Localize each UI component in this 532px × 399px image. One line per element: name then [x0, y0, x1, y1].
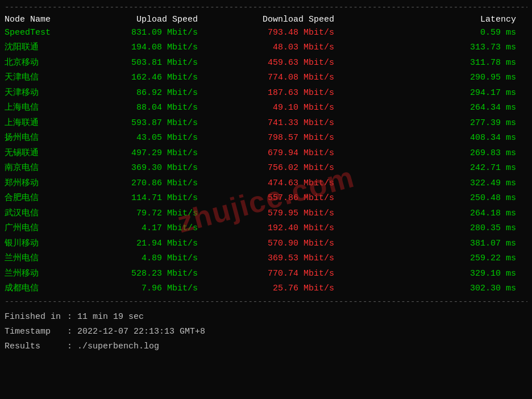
row-node-name: 兰州移动: [5, 268, 78, 281]
table-row: 沈阳联通194.08 Mbit/s48.03 Mbit/s313.73 ms: [5, 40, 527, 56]
row-upload: 4.17 Mbit/s: [78, 222, 203, 235]
row-node-name: 天津移动: [5, 87, 78, 100]
header-upload: Upload Speed: [78, 15, 203, 24]
bottom-dashes: ----------------------------------------…: [5, 297, 527, 308]
row-node-name: 兰州电信: [5, 252, 78, 265]
header-latency: Latency: [340, 15, 527, 24]
row-node-name: 南京电信: [5, 162, 78, 175]
row-latency: 381.07 ms: [340, 238, 527, 251]
table-row: 扬州电信43.05 Mbit/s798.57 Mbit/s408.34 ms: [5, 131, 527, 146]
table-row: 上海联通593.87 Mbit/s741.33 Mbit/s277.39 ms: [5, 116, 527, 131]
row-node-name: 无锡联通: [5, 147, 78, 160]
row-download: 187.63 Mbit/s: [203, 87, 340, 100]
row-latency: 250.48 ms: [340, 192, 527, 205]
row-node-name: SpeedTest: [5, 27, 78, 40]
row-upload: 79.72 Mbit/s: [78, 207, 203, 221]
row-download: 459.63 Mbit/s: [203, 57, 340, 70]
header-download: Download Speed: [203, 15, 340, 24]
footer-timestamp: Timestamp : 2022-12-07 22:13:13 GMT+8: [5, 325, 527, 339]
row-upload: 7.96 Mbit/s: [78, 282, 203, 296]
row-download: 474.63 Mbit/s: [203, 177, 340, 190]
row-node-name: 沈阳联通: [5, 41, 78, 55]
footer: Finished in : 11 min 19 sec Timestamp : …: [5, 307, 527, 356]
row-download: 756.02 Mbit/s: [203, 162, 340, 175]
row-node-name: 成都电信: [5, 282, 78, 296]
row-upload: 194.08 Mbit/s: [78, 41, 203, 55]
row-download: 25.76 Mbit/s: [203, 282, 340, 296]
table-row: 郑州移动270.86 Mbit/s474.63 Mbit/s322.49 ms: [5, 176, 527, 192]
row-upload: 593.87 Mbit/s: [78, 117, 203, 130]
footer-finished-value: : 11 min 19 sec: [67, 310, 144, 324]
row-download: 48.03 Mbit/s: [203, 41, 340, 55]
row-upload: 497.29 Mbit/s: [78, 147, 203, 160]
table-row: 兰州电信4.89 Mbit/s369.53 Mbit/s259.22 ms: [5, 251, 527, 267]
row-latency: 408.34 ms: [340, 132, 527, 145]
table-row: 武汉电信79.72 Mbit/s579.95 Mbit/s264.18 ms: [5, 206, 527, 222]
row-latency: 264.18 ms: [340, 207, 527, 221]
row-node-name: 银川移动: [5, 238, 78, 251]
table-body: SpeedTest831.09 Mbit/s793.48 Mbit/s0.59 …: [5, 26, 527, 297]
row-download: 557.86 Mbit/s: [203, 192, 340, 205]
row-latency: 259.22 ms: [340, 252, 527, 265]
row-latency: 322.49 ms: [340, 177, 527, 190]
row-upload: 503.81 Mbit/s: [78, 57, 203, 70]
row-node-name: 武汉电信: [5, 207, 78, 221]
footer-results: Results : ./superbench.log: [5, 339, 527, 354]
table-row: 天津移动86.92 Mbit/s187.63 Mbit/s294.17 ms: [5, 86, 527, 101]
row-node-name: 天津电信: [5, 72, 78, 85]
table-row: 南京电信369.30 Mbit/s756.02 Mbit/s242.71 ms: [5, 161, 527, 176]
row-upload: 43.05 Mbit/s: [78, 132, 203, 145]
row-latency: 264.34 ms: [340, 102, 527, 115]
main-container: zhujice.com ----------------------------…: [0, 0, 532, 399]
row-upload: 88.04 Mbit/s: [78, 102, 203, 115]
row-node-name: 上海电信: [5, 102, 78, 115]
row-download: 570.90 Mbit/s: [203, 238, 340, 251]
footer-timestamp-value: : 2022-12-07 22:13:13 GMT+8: [67, 325, 205, 339]
row-upload: 4.89 Mbit/s: [78, 252, 203, 265]
row-upload: 831.09 Mbit/s: [78, 27, 203, 40]
table-row: 无锡联通497.29 Mbit/s679.94 Mbit/s269.83 ms: [5, 146, 527, 161]
row-upload: 162.46 Mbit/s: [78, 72, 203, 85]
row-download: 49.10 Mbit/s: [203, 102, 340, 115]
row-download: 741.33 Mbit/s: [203, 117, 340, 130]
row-latency: 290.95 ms: [340, 72, 527, 85]
row-latency: 313.73 ms: [340, 41, 527, 55]
row-node-name: 郑州移动: [5, 177, 78, 190]
footer-finished-label: Finished in: [5, 310, 67, 324]
table-row: 天津电信162.46 Mbit/s774.08 Mbit/s290.95 ms: [5, 70, 527, 86]
row-node-name: 广州电信: [5, 222, 78, 235]
row-node-name: 北京移动: [5, 57, 78, 70]
table-row: 上海电信88.04 Mbit/s49.10 Mbit/s264.34 ms: [5, 101, 527, 116]
footer-results-value: : ./superbench.log: [67, 340, 159, 354]
row-latency: 269.83 ms: [340, 147, 527, 160]
row-latency: 302.30 ms: [340, 282, 527, 296]
row-node-name: 扬州电信: [5, 132, 78, 145]
top-dashes: ----------------------------------------…: [5, 2, 527, 14]
table-row: 成都电信7.96 Mbit/s25.76 Mbit/s302.30 ms: [5, 281, 527, 297]
row-upload: 369.30 Mbit/s: [78, 162, 203, 175]
table-header: Node Name Upload Speed Download Speed La…: [5, 14, 527, 26]
table-row: SpeedTest831.09 Mbit/s793.48 Mbit/s0.59 …: [5, 26, 527, 41]
row-download: 579.95 Mbit/s: [203, 207, 340, 221]
row-download: 192.40 Mbit/s: [203, 222, 340, 235]
row-latency: 329.10 ms: [340, 268, 527, 281]
table-row: 兰州移动528.23 Mbit/s770.74 Mbit/s329.10 ms: [5, 267, 527, 282]
row-node-name: 上海联通: [5, 117, 78, 130]
header-node-name: Node Name: [5, 15, 78, 24]
row-latency: 277.39 ms: [340, 117, 527, 130]
row-download: 679.94 Mbit/s: [203, 147, 340, 160]
row-upload: 528.23 Mbit/s: [78, 268, 203, 281]
row-download: 774.08 Mbit/s: [203, 72, 340, 85]
row-upload: 270.86 Mbit/s: [78, 177, 203, 190]
footer-results-label: Results: [5, 340, 67, 354]
footer-timestamp-label: Timestamp: [5, 325, 67, 339]
row-upload: 86.92 Mbit/s: [78, 87, 203, 100]
row-upload: 21.94 Mbit/s: [78, 238, 203, 251]
footer-finished: Finished in : 11 min 19 sec: [5, 310, 527, 325]
row-latency: 280.35 ms: [340, 222, 527, 235]
row-download: 770.74 Mbit/s: [203, 268, 340, 281]
row-download: 798.57 Mbit/s: [203, 132, 340, 145]
row-download: 793.48 Mbit/s: [203, 27, 340, 40]
row-latency: 242.71 ms: [340, 162, 527, 175]
row-latency: 294.17 ms: [340, 87, 527, 100]
